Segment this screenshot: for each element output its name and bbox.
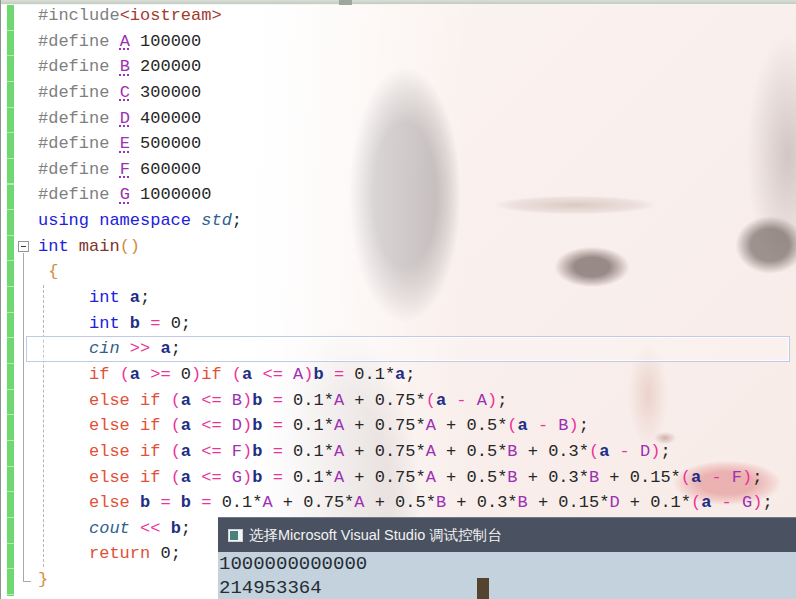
code-token: ; [579,416,589,435]
code-token: ( [171,468,181,487]
code-token: A [120,32,130,51]
code-token: ; [497,391,507,410]
code-token: if [89,365,109,384]
code-token [262,468,272,487]
code-line[interactable]: int a; [38,285,796,311]
code-token: ) [752,493,762,512]
ide-window: #include<iostream>#define A 100000#defin… [0,0,796,599]
code-token: + 0.75* [273,493,355,512]
code-token: cout [89,519,130,538]
code-token [191,416,201,435]
code-token: A [426,468,436,487]
console-output-area[interactable]: 1000000000000214953364 [218,552,796,599]
code-token: E [120,134,130,153]
code-token: ) [242,391,252,410]
code-token [160,442,170,461]
code-token: - [620,442,630,461]
code-token: 500000 [130,134,201,153]
code-token: G [232,468,242,487]
code-token: = [160,493,170,512]
code-token: cin [89,339,120,358]
code-token [548,416,558,435]
code-token: + 0.3* [518,442,589,461]
code-token [38,288,89,307]
code-token: a [436,391,446,410]
code-token: C [120,83,130,102]
code-token: b [140,493,150,512]
code-token [38,416,89,435]
code-token: 600000 [130,160,201,179]
code-token: B [232,391,242,410]
code-fold-collapse-icon[interactable] [18,241,29,252]
code-line[interactable]: using namespace std; [38,208,796,234]
code-line[interactable]: else if (a <= F)b = 0.1*A + 0.75*A + 0.5… [38,439,796,465]
code-line[interactable]: int main() [38,234,796,260]
code-token [701,468,711,487]
code-token: a [181,416,191,435]
code-token [467,391,477,410]
code-editor[interactable]: #include<iostream>#define A 100000#defin… [38,3,796,593]
code-token: D [609,493,619,512]
code-token: 200000 [130,57,201,76]
code-token: a [395,365,405,384]
code-token: 0.1* [211,493,262,512]
code-token [38,365,89,384]
code-token [38,391,89,410]
code-line[interactable]: #define D 400000 [38,106,796,132]
code-line[interactable]: #define A 100000 [38,29,796,55]
code-token: <= [201,468,221,487]
code-token [722,468,732,487]
code-token: ( [691,493,701,512]
code-token: #include [38,6,120,25]
code-line[interactable]: #define E 500000 [38,131,796,157]
code-token [38,544,89,563]
code-line[interactable]: cin >> a; [38,336,796,362]
code-token: + 0.15* [599,468,681,487]
code-token [140,365,150,384]
code-token [38,493,89,512]
code-line[interactable]: if (a >= 0)if (a <= A)b = 0.1*a; [38,362,796,388]
code-token: std [201,211,232,230]
code-token: 0.1* [344,365,395,384]
code-line[interactable]: #define G 1000000 [38,182,796,208]
code-line[interactable]: #define C 300000 [38,80,796,106]
code-token [630,442,640,461]
code-token [191,391,201,410]
code-token: int [89,314,120,333]
code-token: main [79,237,120,256]
code-token: B [507,442,517,461]
code-token: #define [38,185,120,204]
code-token: b [181,493,191,512]
code-token: <= [201,442,221,461]
code-token: ) [242,468,252,487]
code-token: else if [89,442,160,461]
code-line[interactable]: else if (a <= D)b = 0.1*A + 0.75*A + 0.5… [38,413,796,439]
code-token: + 0.75* [344,442,426,461]
code-line[interactable]: { [38,259,796,285]
code-token: b [252,416,262,435]
code-token: + 0.75* [344,468,426,487]
code-token: a [242,365,252,384]
code-token [609,442,619,461]
code-line[interactable]: #include<iostream> [38,3,796,29]
code-line[interactable]: else if (a <= G)b = 0.1*A + 0.75*A + 0.5… [38,465,796,491]
code-line[interactable]: else if (a <= B)b = 0.1*A + 0.75*(a - A)… [38,388,796,414]
code-token: ; [660,442,670,461]
code-token: A [426,416,436,435]
code-token: = [201,493,211,512]
code-token: a [691,468,701,487]
code-token: ) [242,442,252,461]
code-token: A [354,493,364,512]
console-window-icon[interactable] [228,529,243,542]
console-text-cursor [477,578,489,599]
code-token: + 0.15* [528,493,610,512]
code-line[interactable]: else b = b = 0.1*A + 0.75*A + 0.5*B + 0.… [38,490,796,516]
console-title-bar[interactable]: 选择Microsoft Visual Studio 调试控制台 [218,517,796,552]
code-line[interactable]: #define B 200000 [38,54,796,80]
code-line[interactable]: int b = 0; [38,311,796,337]
code-token [222,468,232,487]
code-token: b [252,391,262,410]
code-token: ) [569,416,579,435]
code-token: else [89,493,130,512]
code-line[interactable]: #define F 600000 [38,157,796,183]
